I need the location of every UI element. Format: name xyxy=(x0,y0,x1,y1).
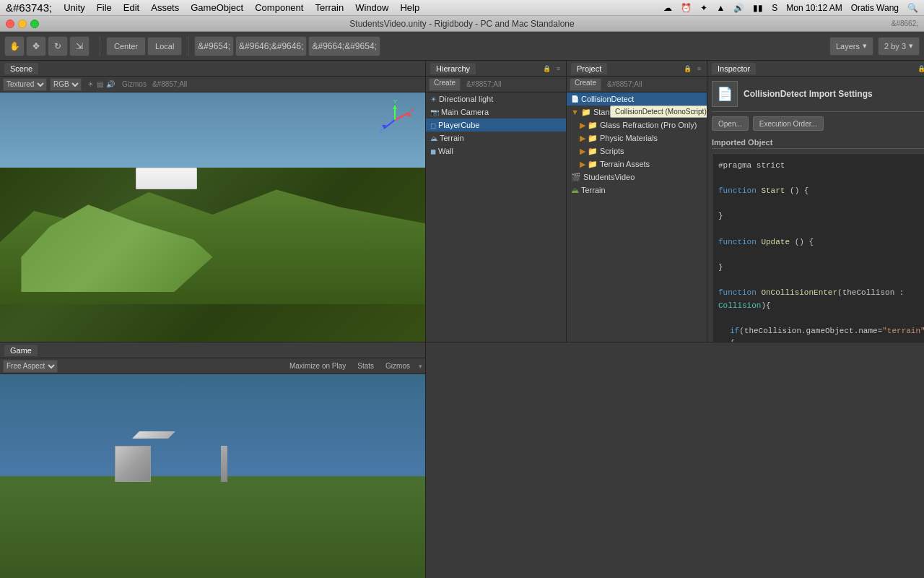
inspector-title: CollisionDetect Import Settings xyxy=(744,89,873,99)
minimize-button[interactable] xyxy=(18,20,27,28)
scene-tab[interactable]: Scene xyxy=(4,63,38,74)
layers-dropdown[interactable]: Layers▾ xyxy=(829,37,873,56)
menu-file[interactable]: File xyxy=(97,2,112,13)
spotlight-icon[interactable]: 🔍 xyxy=(907,3,918,13)
play-button[interactable]: &#9654; xyxy=(194,36,234,56)
project-item-studentsvideo[interactable]: 🎬 StudentsVideo xyxy=(567,171,707,184)
all-filter[interactable]: &#8857;All xyxy=(152,80,187,88)
game-cube-side xyxy=(221,446,227,482)
menu-help[interactable]: Help xyxy=(400,2,419,13)
hierarchy-lock-icon[interactable]: 🔒 xyxy=(541,65,552,72)
pivot-group: Center Local xyxy=(106,37,182,56)
project-menu-icon[interactable]: ≡ xyxy=(696,65,702,72)
audio-icon: 🔊 xyxy=(106,80,115,88)
inspector-buttons-row: Open... Execution Order... xyxy=(712,116,924,131)
project-item-physic[interactable]: ▶ 📁 Physic Materials xyxy=(567,131,707,144)
project-panel: Project 🔒 ≡ Create &#8857;All 📄 Collisio… xyxy=(567,61,707,342)
hierarchy-header: Hierarchy 🔒 ≡ xyxy=(426,61,566,77)
aspect-select[interactable]: Free Aspect xyxy=(3,360,58,373)
menu-assets[interactable]: Assets xyxy=(151,2,179,13)
game-tab[interactable]: Game xyxy=(4,345,38,356)
layout-dropdown[interactable]: 2 by 3▾ xyxy=(878,37,920,56)
code-block: #pragma strict function Start () { } fun… xyxy=(712,153,924,342)
inspector-title-row: 📄 CollisionDetect Import Settings xyxy=(712,81,924,112)
hierarchy-all-filter[interactable]: &#8857;All xyxy=(466,80,501,88)
menu-gameobject[interactable]: GameObject xyxy=(191,2,243,13)
folder-collapsed-icon-3: ▶ xyxy=(580,147,585,156)
pause-button[interactable]: &#9646;&#9646; xyxy=(235,36,307,56)
game-gizmos-label[interactable]: Gizmos xyxy=(385,362,410,370)
game-ground xyxy=(0,476,425,578)
hierarchy-item-directional[interactable]: ☀ Directional light xyxy=(426,92,566,105)
hierarchy-create-btn[interactable]: Create xyxy=(429,78,461,91)
step-button[interactable]: &#9664;&#9654; xyxy=(308,36,380,56)
scene-gizmo: X Y Z xyxy=(373,98,417,142)
svg-line-4 xyxy=(384,120,395,129)
menu-component[interactable]: Component xyxy=(255,2,303,13)
project-item-terrain[interactable]: ⛰ Terrain xyxy=(567,184,707,197)
bottom-row: Game Free Aspect Maximize on Play Stats … xyxy=(0,342,924,578)
menu-terrain[interactable]: Terrain xyxy=(315,2,344,13)
project-lock-icon[interactable]: 🔒 xyxy=(682,65,693,72)
folder-icon-terrain-assets: 📁 xyxy=(588,160,598,169)
bluetooth-icon: ✦ xyxy=(700,3,707,13)
scene-viewport: X Y Z xyxy=(0,92,425,342)
folder-collapsed-icon: ▶ xyxy=(580,121,585,130)
render-mode-select[interactable]: Textured xyxy=(3,78,47,91)
hierarchy-item-playercube[interactable]: ◻ PlayerCube xyxy=(426,118,566,131)
execution-order-button[interactable]: Execution Order... xyxy=(753,116,824,131)
hand-tool-button[interactable]: ✋ xyxy=(4,36,25,56)
volume-icon: 🔊 xyxy=(733,3,744,13)
stats-button[interactable]: Stats xyxy=(357,362,374,370)
project-item-glass[interactable]: ▶ 📁 Glass Refraction (Pro Only) xyxy=(567,118,707,131)
project-all-filter[interactable]: &#8857;All xyxy=(607,80,642,88)
hierarchy-item-terrain[interactable]: ⛰ Terrain xyxy=(426,131,566,144)
inspector-tab[interactable]: Inspector xyxy=(712,63,756,74)
menu-edit[interactable]: Edit xyxy=(123,2,139,13)
maximize-on-play-label[interactable]: Maximize on Play xyxy=(289,362,346,370)
folder-collapsed-icon-4: ▶ xyxy=(580,160,585,169)
hierarchy-toolbar: Create &#8857;All xyxy=(426,77,566,92)
folder-icon-scripts: 📁 xyxy=(588,147,598,156)
apple-menu[interactable]: &#63743; xyxy=(6,1,52,14)
menu-window[interactable]: Window xyxy=(355,2,388,13)
bottom-empty xyxy=(426,342,924,578)
hierarchy-item-wall[interactable]: ◼ Wall xyxy=(426,144,566,158)
hierarchy-item-camera[interactable]: 📷 Main Camera xyxy=(426,105,566,118)
menu-unity[interactable]: Unity xyxy=(64,2,85,13)
game-panel: Game Free Aspect Maximize on Play Stats … xyxy=(0,342,426,578)
code-line-1: function Start () { xyxy=(718,185,924,198)
hierarchy-menu-icon[interactable]: ≡ xyxy=(555,65,562,72)
game-sky xyxy=(0,374,425,486)
project-create-btn[interactable]: Create xyxy=(570,78,601,91)
wifi-icon: ▲ xyxy=(716,3,725,13)
rotate-tool-button[interactable]: ↻ xyxy=(48,36,68,56)
folder-icon-standard: 📁 xyxy=(581,108,591,117)
project-tab[interactable]: Project xyxy=(571,63,607,74)
separator-1 xyxy=(100,36,100,56)
scene-panel: Scene Textured RGB ☀ ▤ 🔊 Gizmos &#8857;A… xyxy=(0,61,426,342)
hierarchy-tab[interactable]: Hierarchy xyxy=(430,63,476,74)
folder-collapsed-icon-2: ▶ xyxy=(580,134,585,143)
open-button[interactable]: Open... xyxy=(712,116,749,131)
inspector-panel: Inspector 🔒 ≡ 📄 CollisionDetect Import S… xyxy=(707,61,924,342)
maximize-button[interactable] xyxy=(30,20,39,28)
color-mode-select[interactable]: RGB xyxy=(50,78,82,91)
project-item-collisiondetect[interactable]: 📄 CollisionDetect CollisionDetect (MonoS… xyxy=(567,92,707,105)
move-tool-button[interactable]: ✥ xyxy=(26,36,46,56)
game-gizmos-arrow[interactable]: ▾ xyxy=(419,363,422,370)
local-button[interactable]: Local xyxy=(147,37,182,56)
center-button[interactable]: Center xyxy=(106,37,146,56)
project-item-terrain-assets[interactable]: ▶ 📁 Terrain Assets xyxy=(567,158,707,171)
scene-file-icon: 🎬 xyxy=(571,173,581,182)
close-button[interactable] xyxy=(6,20,14,28)
scale-tool-button[interactable]: ⇲ xyxy=(69,36,90,56)
playback-controls: &#9654; &#9646;&#9646; &#9664;&#9654; xyxy=(194,36,380,56)
project-item-scripts[interactable]: ▶ 📁 Scripts xyxy=(567,144,707,158)
gizmos-label[interactable]: Gizmos xyxy=(122,80,147,88)
game-panel-header: Game xyxy=(0,342,425,358)
expand-button[interactable]: &#8662; xyxy=(892,20,918,27)
unity-toolbar: ✋ ✥ ↻ ⇲ Center Local &#9654; &#9646;&#96… xyxy=(0,32,924,61)
inspector-lock-icon[interactable]: 🔒 xyxy=(916,65,924,72)
clock: Mon 10:12 AM xyxy=(786,3,842,13)
